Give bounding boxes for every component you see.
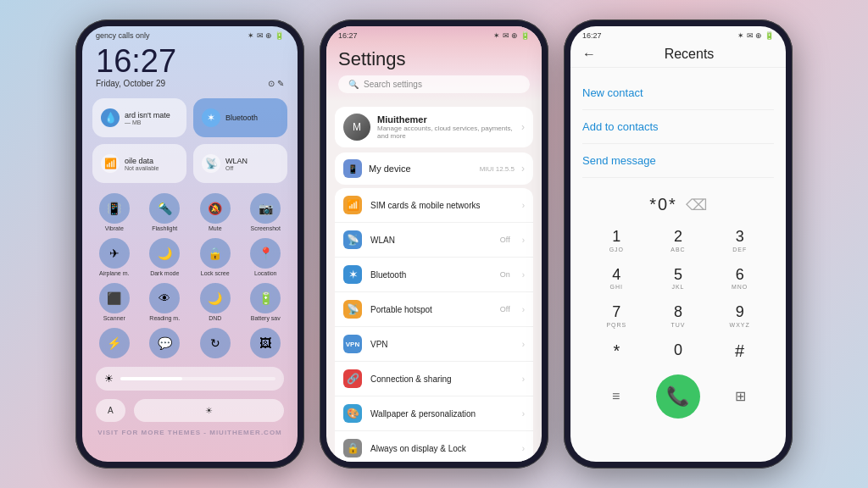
p2-item-sim[interactable]: 📶 SIM cards & mobile networks › bbox=[335, 188, 533, 223]
p2-status-time: 16:27 bbox=[338, 31, 358, 40]
p2-item-bluetooth[interactable]: ✶ Bluetooth On › bbox=[335, 258, 533, 292]
p2-item-wlan[interactable]: 📡 WLAN Off › bbox=[335, 223, 533, 258]
vpn-chevron-icon: › bbox=[522, 340, 525, 349]
phones-container: gency calls only ✶ ✉ ⊕ 🔋 16:27 Friday, O… bbox=[67, 11, 801, 477]
p1-tile-data[interactable]: 💧 ard isn't mate — MB bbox=[92, 98, 186, 137]
account-chevron-icon: › bbox=[521, 121, 525, 133]
p1-tile-data-label: ard isn't mate bbox=[125, 111, 170, 119]
phone-2: 16:27 ✶ ✉ ⊕ 🔋 Settings 🔍 Search settings… bbox=[320, 19, 548, 469]
p3-display: *0* ⌫ bbox=[570, 186, 786, 218]
p1-tile-wlan-label: WLAN bbox=[225, 157, 248, 165]
p1-icon-mute[interactable]: 🔕 Mute bbox=[193, 193, 237, 231]
p3-key-5[interactable]: 5 JKL bbox=[649, 261, 708, 296]
p1-icon-gallery[interactable]: 🖼 bbox=[244, 328, 288, 358]
p1-icon-dnd[interactable]: 🌙 DND bbox=[193, 283, 237, 321]
p1-icon-screenshot[interactable]: 📷 Screenshot bbox=[244, 193, 288, 231]
p3-add-contact-label: Add to contacts bbox=[582, 120, 774, 133]
p2-device-card[interactable]: 📱 My device MIUI 12.5.5 › bbox=[335, 152, 533, 185]
p1-tile-wlan[interactable]: 📡 WLAN Off bbox=[193, 144, 287, 183]
p1-icon-flashlight[interactable]: 🔦 Flashlight bbox=[143, 193, 187, 231]
p2-search-bar[interactable]: 🔍 Search settings bbox=[338, 75, 530, 93]
p1-tile-data-icon: 💧 bbox=[101, 108, 120, 127]
p1-icon-airplane[interactable]: ✈ Airplane m. bbox=[92, 238, 136, 276]
p1-tile-wlan-sub: Off bbox=[225, 165, 248, 171]
p3-back-button[interactable]: ← bbox=[582, 47, 596, 62]
p1-icon-flash[interactable]: ⚡ bbox=[92, 328, 136, 358]
p2-sim-label: SIM cards & mobile networks bbox=[370, 201, 514, 210]
p3-call-button[interactable]: 📞 bbox=[656, 374, 700, 419]
p2-item-connection[interactable]: 🔗 Connection & sharing › bbox=[335, 362, 533, 396]
p1-status-left: gency calls only bbox=[96, 31, 150, 40]
p2-always-on-icon: 🔒 bbox=[343, 439, 362, 458]
connection-chevron-icon: › bbox=[522, 374, 525, 384]
p2-settings-title: Settings bbox=[338, 45, 530, 75]
p2-wallpaper-label: Wallpaper & personalization bbox=[370, 409, 514, 419]
p3-send-message-label: Send message bbox=[582, 154, 774, 167]
p2-status-bar: 16:27 ✶ ✉ ⊕ 🔋 bbox=[326, 26, 542, 42]
p1-btn-a[interactable]: A bbox=[96, 399, 125, 422]
p1-icon-scanner[interactable]: ⬛ Scanner bbox=[92, 283, 136, 321]
p1-bright-bar bbox=[120, 377, 275, 380]
p1-icon-msg[interactable]: 💬 bbox=[143, 328, 187, 358]
p1-icon-lockscreen[interactable]: 🔒 Lock scree bbox=[193, 238, 237, 276]
p2-account-card[interactable]: M Miuithemer Manage accounts, cloud serv… bbox=[335, 107, 533, 147]
p2-item-always-on[interactable]: 🔒 Always on display & Lock › bbox=[335, 431, 533, 462]
p1-icon-battery[interactable]: 🔋 Battery sav bbox=[244, 283, 288, 321]
p1-icon-location[interactable]: 📍 Location bbox=[244, 238, 288, 276]
sim-chevron-icon: › bbox=[522, 201, 525, 210]
p1-tile-data-sub: — MB bbox=[125, 119, 170, 125]
p3-keypad-bottom: ≡ 📞 ⊞ bbox=[570, 371, 786, 425]
p3-key-2[interactable]: 2 ABC bbox=[649, 223, 708, 258]
p2-item-vpn[interactable]: VPN VPN › bbox=[335, 327, 533, 362]
p1-tile-bluetooth-label: Bluetooth bbox=[225, 114, 258, 122]
p2-bluetooth-label: Bluetooth bbox=[370, 270, 492, 280]
p1-tile-bluetooth[interactable]: ✶ Bluetooth bbox=[193, 98, 287, 137]
p3-key-3[interactable]: 3 DEF bbox=[710, 223, 769, 258]
p3-grid-button[interactable]: ⊞ bbox=[723, 380, 757, 413]
p1-tile-wlan-icon: 📡 bbox=[202, 154, 220, 173]
p3-key-hash[interactable]: # bbox=[710, 336, 769, 366]
p3-number-display: *0* bbox=[649, 195, 677, 214]
p3-recent-new-contact[interactable]: New contact bbox=[582, 76, 774, 110]
p1-icon-vibrate[interactable]: 📳 Vibrate bbox=[92, 193, 136, 231]
p3-recents-list: New contact Add to contacts Send message bbox=[570, 68, 786, 186]
p1-brightness-slider[interactable]: ☀ bbox=[96, 367, 284, 391]
p1-brightness-icon: ☀ bbox=[104, 373, 114, 385]
hotspot-chevron-icon: › bbox=[522, 305, 525, 314]
p3-recent-add-contact[interactable]: Add to contacts bbox=[582, 110, 774, 144]
p1-btn-brightness[interactable]: ☀ bbox=[134, 399, 284, 422]
p2-sim-icon: 📶 bbox=[343, 196, 362, 214]
p2-always-on-label: Always on display & Lock bbox=[370, 444, 514, 453]
p2-item-hotspot[interactable]: 📡 Portable hotspot Off › bbox=[335, 292, 533, 327]
p2-item-wallpaper[interactable]: 🎨 Wallpaper & personalization › bbox=[335, 396, 533, 431]
p2-wlan-label: WLAN bbox=[370, 236, 492, 245]
p1-bright-fill bbox=[120, 377, 182, 380]
p2-header: Settings 🔍 Search settings bbox=[326, 42, 542, 102]
p3-key-8[interactable]: 8 TUV bbox=[649, 298, 708, 333]
p3-status-icons: ✶ ✉ ⊕ 🔋 bbox=[737, 31, 774, 40]
grid-icon: ⊞ bbox=[735, 388, 746, 404]
p1-status-bar: gency calls only ✶ ✉ ⊕ 🔋 bbox=[82, 26, 298, 42]
p1-icon-reading[interactable]: 👁 Reading m. bbox=[143, 283, 187, 321]
p3-key-0[interactable]: 0 bbox=[649, 336, 708, 366]
p2-device-icon: 📱 bbox=[343, 159, 362, 178]
p2-avatar: M bbox=[343, 114, 370, 141]
p3-backspace-button[interactable]: ⌫ bbox=[686, 196, 707, 214]
p1-tile-mobile[interactable]: 📶 oile data Not available bbox=[92, 144, 186, 183]
p3-key-star[interactable]: * bbox=[587, 336, 646, 366]
p3-menu-button[interactable]: ≡ bbox=[599, 380, 633, 413]
p3-key-4[interactable]: 4 GHI bbox=[587, 261, 646, 296]
p3-key-9[interactable]: 9 WXYZ bbox=[710, 298, 769, 333]
wlan-chevron-icon: › bbox=[522, 236, 525, 245]
p1-icon-sync[interactable]: ↻ bbox=[193, 328, 237, 358]
p1-icon-darkmode[interactable]: 🌙 Dark mode bbox=[143, 238, 187, 276]
p3-new-contact-label: New contact bbox=[582, 86, 774, 99]
p3-recent-send-message[interactable]: Send message bbox=[582, 144, 774, 178]
p3-key-7[interactable]: 7 PQRS bbox=[587, 298, 646, 333]
p3-header: ← Recents bbox=[570, 42, 786, 68]
p2-search-placeholder: Search settings bbox=[364, 80, 422, 89]
p2-hotspot-icon: 📡 bbox=[343, 300, 362, 319]
phone-3: 16:27 ✶ ✉ ⊕ 🔋 ← Recents New contact Add … bbox=[564, 19, 793, 469]
p3-key-1[interactable]: 1 GJO bbox=[587, 223, 646, 258]
p3-key-6[interactable]: 6 MNO bbox=[710, 261, 769, 296]
